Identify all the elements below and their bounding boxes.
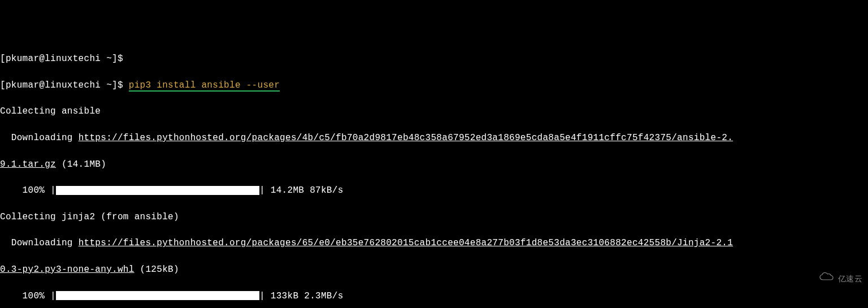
output-collecting-ansible: Collecting ansible bbox=[0, 105, 868, 118]
output-whl1: 0.3-py2.py3-none-any.whl (125kB) bbox=[0, 263, 868, 276]
progress-line-2: 100% || 133kB 2.3MB/s bbox=[0, 290, 868, 303]
progress-pct-1: 100% | bbox=[0, 185, 56, 196]
command-input[interactable]: pip3 install ansible --user bbox=[129, 80, 280, 92]
download-prefix-2: Downloading bbox=[0, 238, 79, 248]
output-download-2: Downloading https://files.pythonhosted.o… bbox=[0, 237, 868, 250]
output-download-1: Downloading https://files.pythonhosted.o… bbox=[0, 132, 868, 145]
whl-file-1: 0.3-py2.py3-none-any.whl bbox=[0, 264, 134, 275]
output-collecting-jinja: Collecting jinja2 (from ansible) bbox=[0, 211, 868, 224]
progress-bar-1 bbox=[56, 186, 259, 195]
progress-line-1: 100% || 14.2MB 87kB/s bbox=[0, 184, 868, 197]
prev-prompt: [pkumar@linuxtechi ~]$ bbox=[0, 54, 123, 64]
progress-stats-1: | 14.2MB 87kB/s bbox=[259, 185, 344, 196]
progress-pct-2: 100% | bbox=[0, 291, 56, 301]
prev-prompt-line: [pkumar@linuxtechi ~]$ bbox=[0, 53, 868, 66]
watermark: 亿速云 bbox=[810, 259, 862, 299]
whl-size-1: (125kB) bbox=[134, 264, 179, 275]
download-prefix: Downloading bbox=[0, 133, 79, 143]
progress-stats-2: | 133kB 2.3MB/s bbox=[259, 291, 344, 301]
tar-size: (14.1MB) bbox=[56, 159, 106, 170]
prompt-user: [pkumar@linuxtechi ~]$ bbox=[0, 80, 129, 90]
download-url-2: https://files.pythonhosted.org/packages/… bbox=[79, 238, 733, 248]
watermark-text: 亿速云 bbox=[838, 272, 862, 285]
progress-bar-2 bbox=[56, 291, 259, 300]
download-url-1: https://files.pythonhosted.org/packages/… bbox=[79, 133, 733, 143]
tar-file: 9.1.tar.gz bbox=[0, 159, 56, 170]
output-tar: 9.1.tar.gz (14.1MB) bbox=[0, 158, 868, 171]
cloud-logo-icon bbox=[810, 259, 835, 299]
prompt-line-1: [pkumar@linuxtechi ~]$ pip3 install ansi… bbox=[0, 79, 868, 92]
